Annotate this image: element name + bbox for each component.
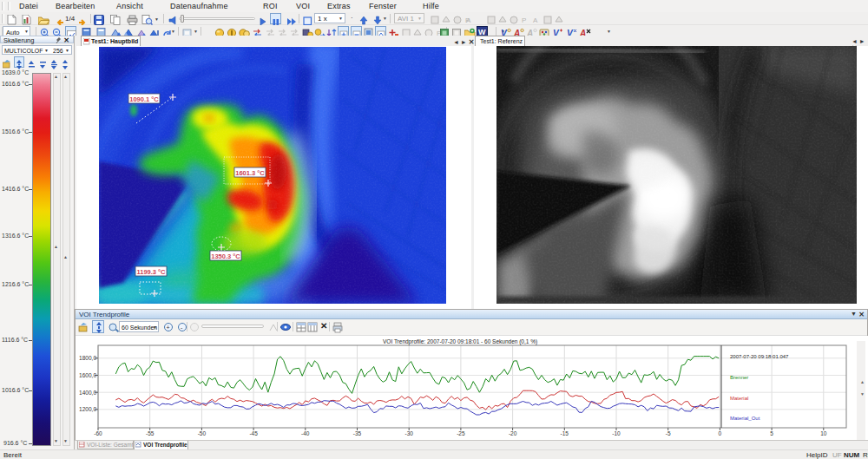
svg-text:-50: -50 [198,430,207,436]
svg-text:-40: -40 [301,430,310,436]
svg-text:-35: -35 [353,430,362,436]
svg-text:0: 0 [719,430,722,436]
svg-text:1090.1 °C: 1090.1 °C [129,95,159,103]
svg-text:A: A [533,16,538,24]
svg-text:1600,0: 1600,0 [79,372,96,378]
svg-text:-30: -30 [404,430,413,436]
svg-text:-25: -25 [457,430,465,436]
svg-text:-10: -10 [612,430,621,436]
svg-text:-20: -20 [509,430,517,436]
svg-text:1200,0: 1200,0 [79,406,96,412]
svg-text:-60: -60 [94,430,102,436]
svg-text:1800,0: 1800,0 [79,355,96,361]
svg-text:1350.3 °C: 1350.3 °C [211,252,240,260]
svg-text:5: 5 [770,430,773,436]
svg-text:-45: -45 [249,430,258,436]
svg-text:-55: -55 [146,430,155,436]
svg-text:P: P [522,16,526,24]
svg-text:10: 10 [820,430,827,436]
svg-text:-5: -5 [666,430,671,436]
svg-text:+: + [167,325,170,331]
svg-text:Material: Material [730,396,748,401]
svg-text:1400,0: 1400,0 [79,390,96,396]
svg-text:A: A [466,16,471,24]
svg-text:Brenner: Brenner [730,375,748,380]
svg-text:2007-07-20 09:18:01.047: 2007-07-20 09:18:01.047 [730,354,789,359]
svg-text:1199.3 °C: 1199.3 °C [136,268,166,276]
svg-text:Material_Out: Material_Out [730,416,760,421]
svg-text:-15: -15 [561,430,569,436]
svg-text:1601.3 °C: 1601.3 °C [235,169,265,177]
